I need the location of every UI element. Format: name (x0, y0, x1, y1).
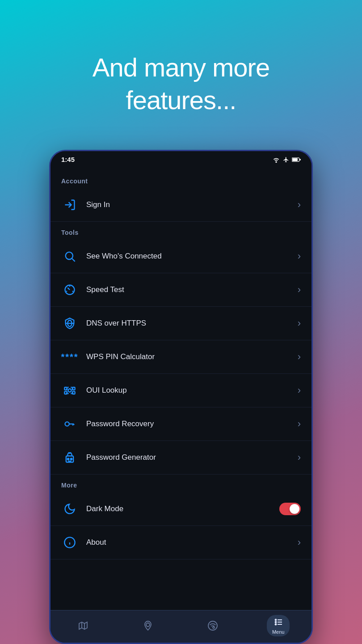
svg-point-30 (275, 619, 276, 621)
menu-item-see-whos-connected[interactable]: See Who's Connected› (51, 240, 311, 273)
wifi-circle-icon (207, 620, 218, 631)
bottom-nav: Menu (51, 610, 311, 643)
menu-label-password-recovery: Password Recovery (86, 419, 298, 428)
menu-item-dns-over-https[interactable]: DNS over HTTPS› (51, 307, 311, 340)
eye-scan-icon (61, 382, 78, 399)
menu-item-wps-pin[interactable]: ****WPS PIN Calculator› (51, 340, 311, 374)
svg-point-13 (65, 422, 69, 426)
menu-label-wps-pin: WPS PIN Calculator (86, 352, 298, 361)
airplane-icon (283, 157, 289, 163)
search-icon (61, 248, 78, 265)
svg-point-4 (66, 252, 73, 259)
nav-item-map[interactable] (72, 619, 94, 633)
status-bar: 1:45 (51, 151, 311, 166)
menu-item-oui-lookup[interactable]: OUI Lookup› (51, 374, 311, 407)
speedometer-icon (61, 281, 78, 298)
chevron-password-generator: › (298, 452, 301, 463)
menu-item-about[interactable]: About› (51, 526, 311, 559)
nav-item-wifi[interactable] (202, 619, 223, 633)
svg-point-19 (71, 458, 72, 460)
svg-rect-1 (292, 158, 298, 161)
chevron-oui-lookup: › (298, 385, 301, 396)
wps-dots-icon: **** (61, 348, 78, 365)
status-icons (272, 157, 301, 163)
location-icon (143, 620, 153, 631)
menu-label-password-generator: Password Generator (86, 453, 298, 462)
key-icon (61, 415, 78, 432)
menu-label-about: About (86, 538, 298, 547)
robot-lock-icon (61, 449, 78, 466)
hero-text: And many more features... (57, 25, 305, 134)
chevron-speed-test: › (298, 284, 301, 296)
svg-rect-2 (300, 159, 301, 160)
svg-point-28 (146, 623, 150, 627)
battery-icon (292, 157, 301, 162)
chevron-password-recovery: › (298, 418, 301, 430)
menu-label-speed-test: Speed Test (86, 285, 298, 294)
sign-in-icon (61, 196, 78, 213)
nav-item-menu[interactable]: Menu (267, 615, 290, 636)
svg-point-32 (275, 622, 276, 623)
svg-point-12 (68, 389, 72, 392)
svg-point-18 (67, 458, 69, 460)
svg-point-34 (275, 624, 276, 625)
section-label-account: Account (51, 170, 311, 188)
menu-label-dns-over-https: DNS over HTTPS (86, 319, 298, 328)
menu-content: AccountSign In›ToolsSee Who's Connected›… (51, 166, 311, 610)
menu-nav-label: Menu (272, 629, 285, 635)
hero-section: And many more features... (21, 0, 341, 150)
chevron-see-whos-connected: › (298, 250, 301, 262)
svg-line-5 (72, 258, 75, 261)
menu-item-dark-mode[interactable]: Dark Mode (51, 492, 311, 526)
menu-item-password-recovery[interactable]: Password Recovery› (51, 407, 311, 441)
menu-item-password-generator[interactable]: Password Generator› (51, 441, 311, 475)
menu-label-see-whos-connected: See Who's Connected (86, 252, 298, 261)
chevron-wps-pin: › (298, 351, 301, 363)
nav-item-location[interactable] (137, 619, 159, 633)
info-circle-icon (61, 534, 78, 551)
menu-label-sign-in: Sign In (86, 200, 298, 209)
menu-list-icon (273, 617, 284, 627)
map-icon (78, 620, 88, 631)
menu-label-dark-mode: Dark Mode (86, 504, 279, 513)
section-label-tools: Tools (51, 222, 311, 240)
menu-item-speed-test[interactable]: Speed Test› (51, 273, 311, 307)
chevron-dns-over-https: › (298, 318, 301, 329)
menu-label-oui-lookup: OUI Lookup (86, 386, 298, 395)
time-display: 1:45 (61, 156, 75, 163)
phone-frame: 1:45 AccountSign In›ToolsSee Who's Conne… (49, 150, 313, 644)
chevron-sign-in: › (298, 199, 301, 211)
moon-icon (61, 500, 78, 517)
wifi-status-icon (272, 157, 280, 163)
chevron-about: › (298, 537, 301, 548)
menu-item-sign-in[interactable]: Sign In› (51, 188, 311, 222)
shield-globe-icon (61, 315, 78, 332)
section-label-more: More (51, 475, 311, 492)
toggle-dark-mode[interactable] (279, 503, 301, 515)
